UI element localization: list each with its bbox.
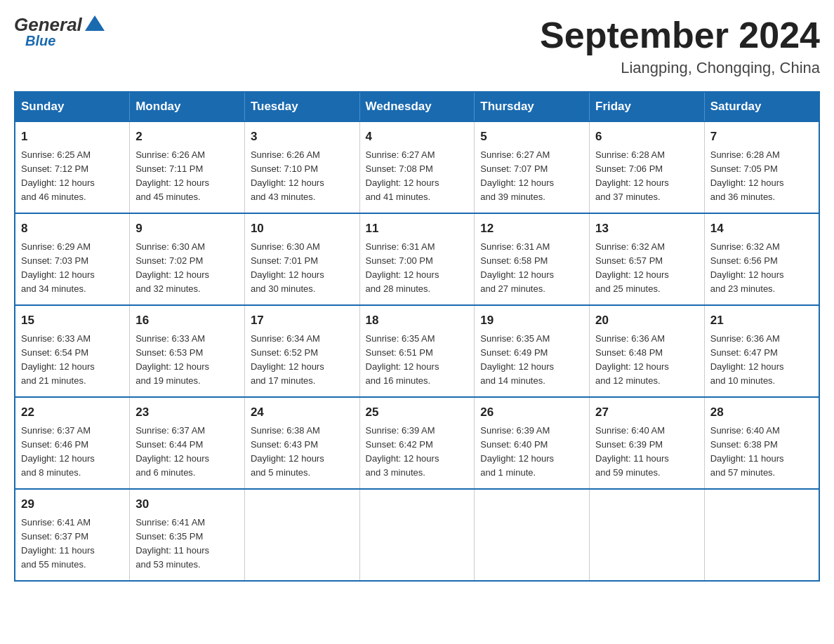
calendar-day-cell: 23Sunrise: 6:37 AMSunset: 6:44 PMDayligh… — [130, 397, 245, 489]
day-info: Sunrise: 6:40 AMSunset: 6:39 PMDaylight:… — [595, 424, 699, 481]
calendar-day-cell: 21Sunrise: 6:36 AMSunset: 6:47 PMDayligh… — [704, 305, 819, 397]
calendar-day-cell: 24Sunrise: 6:38 AMSunset: 6:43 PMDayligh… — [244, 397, 359, 489]
title-section: September 2024 Liangping, Chongqing, Chi… — [540, 14, 820, 77]
month-title: September 2024 — [540, 14, 820, 56]
calendar-day-cell: 25Sunrise: 6:39 AMSunset: 6:42 PMDayligh… — [359, 397, 475, 489]
day-number: 1 — [21, 128, 124, 146]
day-info: Sunrise: 6:27 AMSunset: 7:08 PMDaylight:… — [366, 148, 469, 205]
day-number: 5 — [480, 128, 583, 146]
calendar-day-cell: 19Sunrise: 6:35 AMSunset: 6:49 PMDayligh… — [475, 305, 590, 397]
calendar-week-row: 15Sunrise: 6:33 AMSunset: 6:54 PMDayligh… — [15, 305, 819, 397]
day-number: 20 — [595, 311, 699, 330]
calendar-day-cell: 14Sunrise: 6:32 AMSunset: 6:56 PMDayligh… — [704, 213, 819, 305]
weekday-header-row: SundayMondayTuesdayWednesdayThursdayFrid… — [15, 92, 819, 121]
logo: General Blue — [14, 14, 105, 49]
calendar-week-row: 1Sunrise: 6:25 AMSunset: 7:12 PMDaylight… — [15, 121, 819, 213]
day-number: 21 — [710, 311, 813, 330]
day-info: Sunrise: 6:31 AMSunset: 7:00 PMDaylight:… — [366, 240, 469, 297]
calendar-day-cell: 18Sunrise: 6:35 AMSunset: 6:51 PMDayligh… — [359, 305, 475, 397]
day-number: 7 — [710, 128, 813, 146]
day-info: Sunrise: 6:34 AMSunset: 6:52 PMDaylight:… — [251, 332, 354, 389]
day-number: 19 — [480, 311, 583, 330]
day-number: 27 — [595, 403, 699, 422]
day-number: 16 — [135, 311, 239, 330]
day-number: 14 — [710, 220, 813, 238]
calendar-day-cell: 30Sunrise: 6:41 AMSunset: 6:35 PMDayligh… — [130, 489, 245, 581]
calendar-day-cell: 17Sunrise: 6:34 AMSunset: 6:52 PMDayligh… — [244, 305, 359, 397]
calendar-day-cell: 10Sunrise: 6:30 AMSunset: 7:01 PMDayligh… — [244, 213, 359, 305]
day-number: 18 — [366, 311, 469, 330]
day-info: Sunrise: 6:30 AMSunset: 7:02 PMDaylight:… — [135, 240, 239, 297]
calendar-body: 1Sunrise: 6:25 AMSunset: 7:12 PMDaylight… — [15, 121, 819, 581]
day-info: Sunrise: 6:33 AMSunset: 6:54 PMDaylight:… — [21, 332, 124, 389]
day-info: Sunrise: 6:31 AMSunset: 6:58 PMDaylight:… — [480, 240, 583, 297]
calendar-day-cell: 16Sunrise: 6:33 AMSunset: 6:53 PMDayligh… — [130, 305, 245, 397]
day-number: 10 — [251, 220, 354, 238]
day-number: 26 — [480, 403, 583, 422]
day-number: 30 — [135, 495, 239, 514]
location-title: Liangping, Chongqing, China — [540, 59, 820, 77]
calendar-day-cell: 3Sunrise: 6:26 AMSunset: 7:10 PMDaylight… — [244, 121, 359, 213]
calendar-day-cell: 13Sunrise: 6:32 AMSunset: 6:57 PMDayligh… — [590, 213, 705, 305]
calendar-table: SundayMondayTuesdayWednesdayThursdayFrid… — [14, 91, 820, 582]
day-info: Sunrise: 6:41 AMSunset: 6:37 PMDaylight:… — [21, 516, 124, 572]
calendar-day-cell: 29Sunrise: 6:41 AMSunset: 6:37 PMDayligh… — [15, 489, 130, 581]
calendar-day-cell: 22Sunrise: 6:37 AMSunset: 6:46 PMDayligh… — [15, 397, 130, 489]
page-header: General Blue September 2024 Liangping, C… — [14, 14, 820, 77]
calendar-day-cell — [359, 489, 475, 581]
day-number: 4 — [366, 128, 469, 146]
day-info: Sunrise: 6:36 AMSunset: 6:48 PMDaylight:… — [595, 332, 699, 389]
calendar-week-row: 22Sunrise: 6:37 AMSunset: 6:46 PMDayligh… — [15, 397, 819, 489]
calendar-week-row: 29Sunrise: 6:41 AMSunset: 6:37 PMDayligh… — [15, 489, 819, 581]
weekday-header-tuesday: Tuesday — [244, 92, 359, 121]
weekday-header-sunday: Sunday — [15, 92, 130, 121]
day-number: 22 — [21, 403, 124, 422]
calendar-day-cell: 9Sunrise: 6:30 AMSunset: 7:02 PMDaylight… — [130, 213, 245, 305]
day-info: Sunrise: 6:26 AMSunset: 7:11 PMDaylight:… — [135, 148, 239, 205]
day-number: 28 — [710, 403, 813, 422]
day-info: Sunrise: 6:35 AMSunset: 6:49 PMDaylight:… — [480, 332, 583, 389]
day-info: Sunrise: 6:26 AMSunset: 7:10 PMDaylight:… — [251, 148, 354, 205]
logo-triangle-icon — [85, 15, 105, 31]
day-number: 17 — [251, 311, 354, 330]
calendar-day-cell: 6Sunrise: 6:28 AMSunset: 7:06 PMDaylight… — [590, 121, 705, 213]
day-info: Sunrise: 6:37 AMSunset: 6:44 PMDaylight:… — [135, 424, 239, 481]
weekday-header-wednesday: Wednesday — [359, 92, 475, 121]
day-number: 6 — [595, 128, 699, 146]
day-info: Sunrise: 6:25 AMSunset: 7:12 PMDaylight:… — [21, 148, 124, 205]
calendar-day-cell: 7Sunrise: 6:28 AMSunset: 7:05 PMDaylight… — [704, 121, 819, 213]
day-info: Sunrise: 6:27 AMSunset: 7:07 PMDaylight:… — [480, 148, 583, 205]
day-number: 13 — [595, 220, 699, 238]
day-info: Sunrise: 6:32 AMSunset: 6:56 PMDaylight:… — [710, 240, 813, 297]
day-info: Sunrise: 6:39 AMSunset: 6:40 PMDaylight:… — [480, 424, 583, 481]
calendar-day-cell — [244, 489, 359, 581]
calendar-day-cell: 26Sunrise: 6:39 AMSunset: 6:40 PMDayligh… — [475, 397, 590, 489]
day-number: 2 — [135, 128, 239, 146]
day-info: Sunrise: 6:35 AMSunset: 6:51 PMDaylight:… — [366, 332, 469, 389]
day-info: Sunrise: 6:28 AMSunset: 7:06 PMDaylight:… — [595, 148, 699, 205]
day-info: Sunrise: 6:30 AMSunset: 7:01 PMDaylight:… — [251, 240, 354, 297]
day-number: 24 — [251, 403, 354, 422]
day-number: 23 — [135, 403, 239, 422]
weekday-header-saturday: Saturday — [704, 92, 819, 121]
day-number: 25 — [366, 403, 469, 422]
day-info: Sunrise: 6:38 AMSunset: 6:43 PMDaylight:… — [251, 424, 354, 481]
calendar-day-cell: 11Sunrise: 6:31 AMSunset: 7:00 PMDayligh… — [359, 213, 475, 305]
day-number: 8 — [21, 220, 124, 238]
logo-blue-text: Blue — [25, 33, 55, 49]
calendar-header: SundayMondayTuesdayWednesdayThursdayFrid… — [15, 92, 819, 121]
calendar-week-row: 8Sunrise: 6:29 AMSunset: 7:03 PMDaylight… — [15, 213, 819, 305]
day-number: 3 — [251, 128, 354, 146]
day-number: 15 — [21, 311, 124, 330]
day-info: Sunrise: 6:41 AMSunset: 6:35 PMDaylight:… — [135, 516, 239, 572]
calendar-day-cell: 5Sunrise: 6:27 AMSunset: 7:07 PMDaylight… — [475, 121, 590, 213]
calendar-day-cell — [590, 489, 705, 581]
day-number: 9 — [135, 220, 239, 238]
calendar-day-cell: 15Sunrise: 6:33 AMSunset: 6:54 PMDayligh… — [15, 305, 130, 397]
day-info: Sunrise: 6:37 AMSunset: 6:46 PMDaylight:… — [21, 424, 124, 481]
day-info: Sunrise: 6:39 AMSunset: 6:42 PMDaylight:… — [366, 424, 469, 481]
day-info: Sunrise: 6:33 AMSunset: 6:53 PMDaylight:… — [135, 332, 239, 389]
day-info: Sunrise: 6:28 AMSunset: 7:05 PMDaylight:… — [710, 148, 813, 205]
calendar-day-cell: 28Sunrise: 6:40 AMSunset: 6:38 PMDayligh… — [704, 397, 819, 489]
weekday-header-monday: Monday — [130, 92, 245, 121]
